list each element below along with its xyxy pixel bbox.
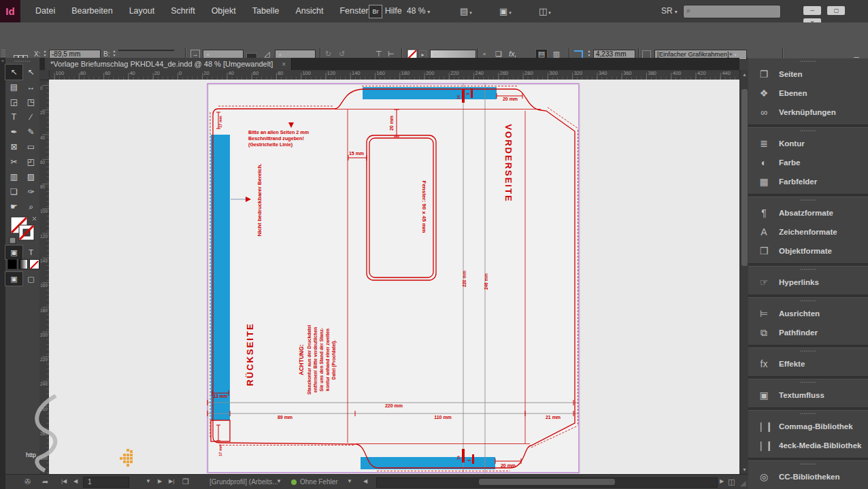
preflight-profile-dropdown[interactable]: [Grundprofil] (Arbeits...: [210, 477, 278, 488]
normal-view-mode[interactable]: ▣: [5, 272, 22, 286]
default-fill-stroke-icon[interactable]: [10, 237, 16, 243]
page-number-field[interactable]: 1: [83, 477, 129, 488]
panel-item-textumfluss[interactable]: ▣Textumfluss: [748, 386, 868, 405]
panel-item-kontur[interactable]: ≣Kontur: [748, 134, 868, 153]
panel-group-grip[interactable]: ▪▪▪▪▪▪▪▪: [748, 461, 868, 467]
resize-grip-icon[interactable]: ◢: [740, 479, 746, 488]
menu-schrift[interactable]: Schrift: [163, 0, 203, 22]
line-tool[interactable]: ∕: [22, 109, 39, 124]
page-list-dropdown-icon[interactable]: ▼: [146, 478, 151, 484]
last-page-button[interactable]: ▶|: [169, 478, 174, 484]
workspace-switcher[interactable]: SR: [661, 6, 678, 16]
panel-item-ebenen[interactable]: ❖Ebenen: [748, 84, 868, 103]
search-box[interactable]: ⌕: [683, 5, 781, 18]
content-collector-tool[interactable]: ◲: [5, 95, 22, 109]
scroll-down-icon[interactable]: ▼: [742, 467, 747, 472]
menu-objekt[interactable]: Objekt: [203, 0, 244, 22]
export-icon[interactable]: ➦: [42, 477, 48, 486]
panel-item-ausrichten[interactable]: ⊨Ausrichten: [748, 304, 868, 323]
document-tab[interactable]: *Vorlage Briefumschlag PKHDL44_de.indd @…: [45, 58, 292, 70]
menu-tabelle[interactable]: Tabelle: [244, 0, 288, 22]
panel-group-grip[interactable]: ▪▪▪▪▪▪▪▪: [748, 58, 868, 65]
page-tool[interactable]: ▤: [5, 80, 22, 95]
next-page-button[interactable]: ▶: [158, 478, 162, 484]
panel-item-commag-bibliothek[interactable]: ❘❙Commag-Bibliothek: [748, 417, 868, 436]
bridge-button[interactable]: Br: [369, 5, 382, 18]
first-page-button[interactable]: |◀: [61, 478, 67, 484]
panel-item-effekte[interactable]: fxEffekte: [748, 354, 868, 373]
panel-group-grip[interactable]: ▪▪▪▪▪▪▪▪: [748, 298, 868, 304]
minimize-button[interactable]: ─: [803, 6, 821, 15]
panel-item-farbe[interactable]: ◐Farbe: [748, 153, 868, 172]
panel-item-4eck-media-bibliothek[interactable]: ❘❙4eck-Media-Bibliothek: [748, 436, 868, 455]
menu-datei[interactable]: Datei: [27, 0, 63, 22]
panel-group-grip[interactable]: ▪▪▪▪▪▪▪▪: [748, 411, 868, 417]
apply-none-button[interactable]: [29, 259, 39, 269]
panel-item-seiten[interactable]: ❐Seiten: [748, 65, 868, 84]
gradient-tool[interactable]: ▥: [5, 169, 22, 184]
error-dropdown-icon[interactable]: ▼: [347, 478, 352, 484]
ruler-origin-corner[interactable]: [39, 70, 50, 80]
panel-item-farbfelder[interactable]: ▦Farbfelder: [748, 172, 868, 191]
zoom-tool[interactable]: ⌕: [22, 199, 39, 214]
panel-group-grip[interactable]: ▪▪▪▪▪▪▪▪: [748, 348, 868, 354]
profile-dropdown-icon[interactable]: ▼: [276, 478, 282, 484]
preflight-icon[interactable]: ✇: [24, 477, 31, 486]
zoom-level-dropdown[interactable]: 48 %: [407, 6, 430, 16]
scroll-left-icon[interactable]: ◀: [363, 478, 367, 484]
x-stepper[interactable]: ▲▼: [42, 50, 48, 57]
page-menu-icon[interactable]: ❐: [182, 477, 189, 486]
spread-view-icon[interactable]: ◫: [728, 477, 735, 486]
apply-gradient-button[interactable]: [18, 259, 28, 269]
free-transform-tool[interactable]: ◰: [22, 154, 39, 169]
panel-item-absatzformate[interactable]: ¶Absatzformate: [748, 203, 868, 222]
fill-stroke-proxy[interactable]: [5, 214, 39, 246]
effects-menu-button[interactable]: fx,: [509, 50, 517, 58]
panel-item-verknuepfungen[interactable]: ∞Verknüpfungen: [748, 103, 868, 122]
content-placer-tool[interactable]: ◳: [22, 95, 39, 109]
corner-effect-icon[interactable]: ▫: [483, 50, 486, 58]
panel-item-pathfinder[interactable]: ⧉Pathfinder: [748, 323, 868, 342]
horizontal-ruler[interactable]: 1008060402002040608010012014016018020022…: [39, 70, 739, 80]
corner-radius-stepper[interactable]: ▲▼: [586, 50, 592, 57]
vertical-scroll-thumb[interactable]: [741, 89, 748, 266]
tab-close-icon[interactable]: ×: [282, 61, 286, 68]
hand-tool[interactable]: ☛: [5, 199, 22, 214]
direct-selection-tool[interactable]: ↖: [22, 65, 39, 80]
preview-view-mode[interactable]: ▢: [22, 272, 39, 286]
panel-group-grip[interactable]: ▪▪▪▪▪▪▪▪: [748, 197, 868, 203]
pencil-tool[interactable]: ✎: [22, 124, 39, 139]
view-options-button[interactable]: ▤: [460, 6, 472, 16]
panel-item-hyperlinks[interactable]: ☞Hyperlinks: [748, 273, 868, 292]
search-input[interactable]: [696, 5, 779, 18]
horizontal-scroll-thumb[interactable]: [479, 479, 615, 485]
formatting-affects-container[interactable]: ▣: [5, 246, 22, 259]
pen-tool[interactable]: ✒: [5, 124, 22, 139]
arrange-documents-button[interactable]: ◫: [539, 6, 551, 16]
note-tool[interactable]: ❏: [5, 184, 22, 199]
width-field[interactable]: [118, 50, 174, 51]
formatting-affects-text[interactable]: T: [22, 246, 39, 259]
swap-fill-stroke-icon[interactable]: [33, 217, 36, 220]
document-canvas[interactable]: Bitte an allen Seiten 2 mm Beschnittrand…: [49, 80, 739, 474]
scroll-up-icon[interactable]: ▲: [742, 72, 747, 77]
scissors-tool[interactable]: ✂: [5, 154, 22, 169]
gap-tool[interactable]: ↔: [22, 80, 39, 95]
selection-tool[interactable]: ↖: [5, 65, 22, 80]
tools-panel-grip[interactable]: ▪▪▪▪▪▪▪▪: [5, 58, 39, 65]
menu-bearbeiten[interactable]: Bearbeiten: [63, 0, 120, 22]
rectangle-tool[interactable]: ▭: [22, 139, 39, 154]
dock-collapse-strip[interactable]: «: [0, 58, 5, 489]
panel-group-grip[interactable]: ▪▪▪▪▪▪▪▪: [748, 380, 868, 386]
screen-mode-button[interactable]: ▣: [499, 6, 512, 16]
horizontal-scrollbar[interactable]: [376, 477, 718, 488]
prev-page-button[interactable]: ◀: [73, 478, 78, 484]
apply-color-button[interactable]: [7, 259, 17, 269]
menu-layout[interactable]: Layout: [121, 0, 163, 22]
vertical-scrollbar[interactable]: ▲ ▼: [739, 70, 749, 474]
panel-group-grip[interactable]: ▪▪▪▪▪▪▪▪: [748, 128, 868, 134]
width-stepper[interactable]: ▲▼: [112, 50, 117, 57]
type-tool[interactable]: T: [5, 109, 22, 124]
gradient-feather-tool[interactable]: ▨: [22, 169, 39, 184]
panel-item-cc-bibliotheken[interactable]: ◎CC-Bibliotheken: [748, 467, 868, 486]
